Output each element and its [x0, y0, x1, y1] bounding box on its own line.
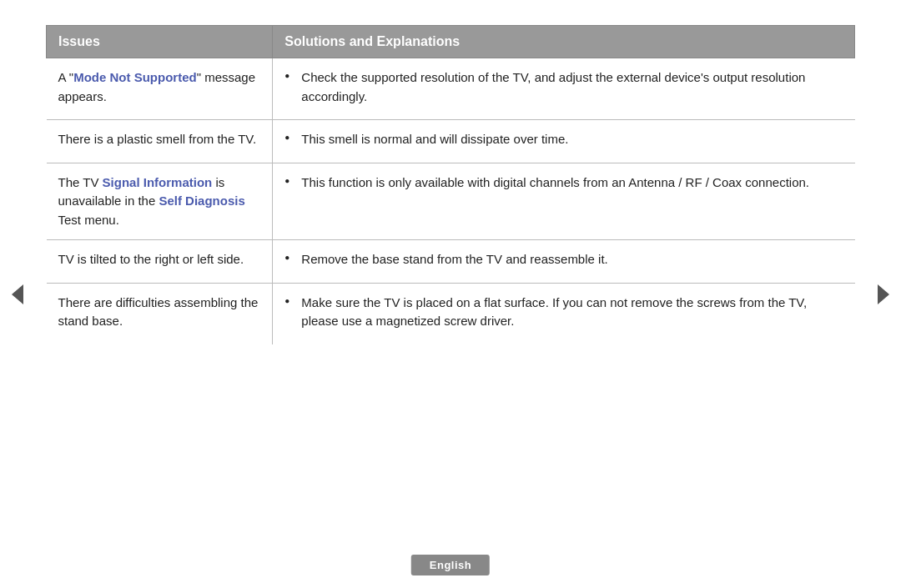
table-row: There are difficulties assembling the st…	[47, 283, 855, 344]
solution-cell: Make sure the TV is placed on a flat sur…	[273, 283, 855, 344]
table-row: There is a plastic smell from the TV. Th…	[47, 120, 855, 163]
table-row: A "Mode Not Supported" message appears. …	[47, 58, 855, 120]
highlight-self-diagnosis: Self Diagnosis	[159, 193, 244, 208]
issue-cell: The TV Signal Information is unavailable…	[47, 163, 273, 240]
solution-cell: Check the supported resolution of the TV…	[273, 58, 855, 120]
svg-marker-1	[878, 284, 889, 304]
language-badge: English	[411, 555, 490, 575]
list-item: This smell is normal and will dissipate …	[284, 130, 843, 149]
highlight-signal-information: Signal Information	[103, 175, 213, 189]
list-item: Remove the base stand from the TV and re…	[284, 250, 843, 269]
issue-cell: There is a plastic smell from the TV.	[47, 120, 273, 163]
nav-arrow-left[interactable]	[8, 279, 27, 309]
issues-table: Issues Solutions and Explanations A "Mod…	[46, 25, 855, 344]
list-item: Make sure the TV is placed on a flat sur…	[284, 294, 843, 331]
list-item: Check the supported resolution of the TV…	[284, 68, 843, 106]
issue-cell: TV is tilted to the right or left side.	[47, 240, 273, 284]
nav-arrow-right[interactable]	[874, 279, 893, 309]
list-item: This function is only available with dig…	[284, 173, 843, 193]
page-container: Issues Solutions and Explanations A "Mod…	[0, 0, 901, 588]
highlight-mode-not-supported: Mode Not Supported	[73, 70, 196, 84]
footer: English	[411, 557, 490, 571]
col-header-solutions: Solutions and Explanations	[273, 26, 855, 58]
issue-cell: A "Mode Not Supported" message appears.	[47, 58, 273, 120]
solution-cell: Remove the base stand from the TV and re…	[273, 240, 855, 284]
col-header-issues: Issues	[47, 26, 273, 58]
issue-cell: There are difficulties assembling the st…	[47, 283, 273, 344]
svg-marker-0	[12, 284, 23, 304]
solution-cell: This smell is normal and will dissipate …	[273, 120, 855, 163]
solution-cell: This function is only available with dig…	[273, 163, 855, 240]
table-row: TV is tilted to the right or left side. …	[47, 240, 855, 284]
table-row: The TV Signal Information is unavailable…	[47, 163, 855, 240]
